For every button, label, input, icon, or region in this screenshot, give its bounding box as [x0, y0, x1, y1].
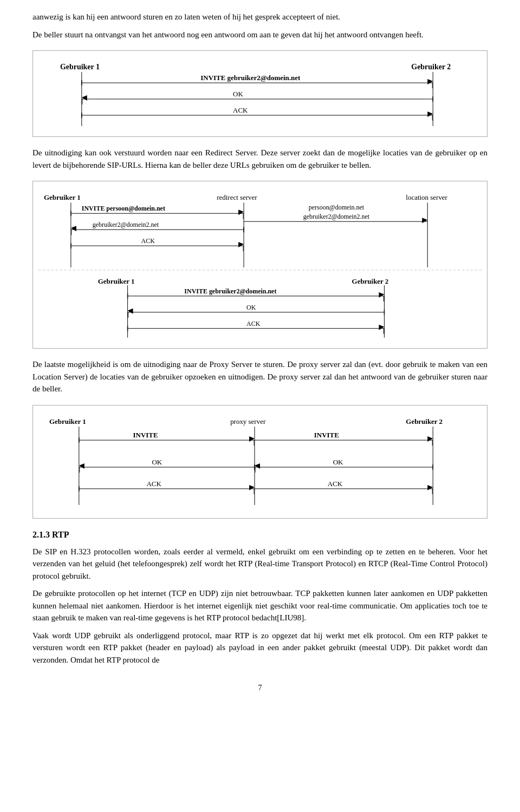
diag3-ack-left: ACK — [147, 479, 162, 487]
diagram-3: Gebruiker 1 proxy server Gebruiker 2 INV… — [32, 405, 487, 519]
paragraph-6: De gebruikte protocollen op het internet… — [32, 587, 487, 624]
diag2-left-entity2: Gebruiker 1 — [98, 277, 135, 285]
diag3-invite-left: INVITE — [133, 431, 158, 439]
diagram-1: Gebruiker 1 Gebruiker 2 INVITE gebruiker… — [32, 50, 487, 137]
page-number: 7 — [32, 682, 487, 693]
diag3-left-entity: Gebruiker 1 — [49, 417, 86, 425]
svg-marker-30 — [422, 218, 427, 223]
paragraph-2: De beller stuurt na ontvangst van het an… — [32, 29, 487, 41]
diag2-invite1: INVITE persoon@domein.net — [82, 205, 165, 212]
diagram-3-svg: Gebruiker 1 proxy server Gebruiker 2 INV… — [38, 413, 482, 510]
diag1-right-entity: Gebruiker 2 — [411, 63, 451, 71]
diag2-right-entity2: Gebruiker 2 — [352, 277, 389, 285]
diag2-invite2: INVITE gebruiker2@domein.net — [184, 287, 276, 295]
diag1-ok-label: OK — [233, 90, 243, 98]
diag2-mid-entity: redirect server — [217, 193, 257, 201]
diag3-invite-right: INVITE — [314, 431, 339, 439]
diag1-invite-label: INVITE gebruiker2@domein.net — [200, 74, 301, 82]
diag3-ok-right: OK — [333, 457, 343, 466]
diag2-left-entity: Gebruiker 1 — [44, 193, 81, 201]
paragraph-1: aanwezig is kan hij een antwoord sturen … — [32, 11, 487, 23]
diag2-addr1: gebruiker2@domein2.net — [93, 221, 159, 228]
diag3-ack-right: ACK — [328, 479, 343, 487]
diag2-persoon: persoon@domein.net — [309, 204, 365, 211]
diag2-gebruiker2: gebruiker2@domein2.net — [303, 213, 370, 220]
diagram-2: Gebruiker 1 redirect server location ser… — [32, 181, 487, 349]
diagram-2-svg: Gebruiker 1 redirect server location ser… — [38, 189, 482, 340]
paragraph-7: Vaak wordt UDP gebruikt als onderliggend… — [32, 630, 487, 666]
diag2-ack2: ACK — [246, 320, 261, 328]
diag3-right-entity: Gebruiker 2 — [406, 417, 443, 425]
paragraph-5: De SIP en H.323 protocollen worden, zoal… — [32, 546, 487, 582]
diag1-left-entity: Gebruiker 1 — [60, 63, 100, 71]
paragraph-3: De uitnodiging kan ook verstuurd worden … — [32, 147, 487, 171]
diagram-1-svg: Gebruiker 1 Gebruiker 2 INVITE gebruiker… — [38, 58, 482, 129]
diag2-right-entity: location server — [406, 193, 447, 201]
diag1-ack-label: ACK — [233, 106, 248, 114]
diag3-mid-entity: proxy server — [230, 417, 266, 425]
paragraph-4: De laatste mogelijkheid is om de uitnodi… — [32, 358, 487, 395]
diag2-ack1: ACK — [141, 237, 155, 245]
section-213: 2.1.3 RTP — [32, 528, 487, 541]
diag3-ok-left: OK — [152, 457, 162, 466]
diag2-ok2: OK — [246, 304, 256, 311]
